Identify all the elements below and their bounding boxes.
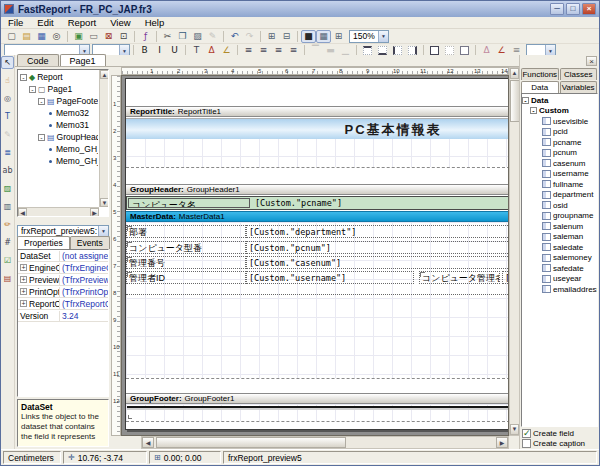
scroll-right-icon[interactable]: ▶ (496, 437, 508, 448)
groupfooter-line-memo[interactable] (127, 406, 509, 410)
expand-icon[interactable]: + (20, 288, 27, 295)
paste-button[interactable]: ▨ (190, 30, 205, 43)
tree-node-groupheader1[interactable]: -▤GroupHeader1 (19, 131, 98, 143)
panel-close-icon[interactable]: × (586, 56, 597, 66)
inspector-tab-properties[interactable]: Properties (17, 236, 70, 249)
insert-memo-button[interactable]: ab (1, 164, 14, 177)
new-dialog-page-button[interactable]: ▭ (86, 30, 101, 43)
hscroll-thumb[interactable] (156, 437, 346, 448)
chevron-down-icon[interactable]: ▼ (378, 31, 388, 42)
align-to-grid-button[interactable]: ▦ (316, 30, 331, 43)
format-painter-button[interactable]: ✎ (205, 30, 220, 43)
report-page[interactable]: ReportTitle:ReportTitle1 PC基本情報表 GroupHe… (125, 78, 509, 430)
tree-node-page1[interactable]: -▢Page1 (19, 83, 98, 95)
tree-expand-icon[interactable]: - (20, 74, 27, 81)
data-field-saledate[interactable]: saledate (522, 242, 597, 253)
insert-db-object-button[interactable]: ▤ (1, 272, 14, 285)
field-caption-memo[interactable]: 管理者ID (126, 271, 246, 284)
inspector-tab-events[interactable]: Events (70, 236, 110, 249)
text-edit-tool-button[interactable]: T (1, 110, 14, 123)
tree-node-memo31[interactable]: Memo31 (19, 119, 98, 131)
preview-button[interactable]: ◎ (49, 30, 64, 43)
variables-button[interactable]: ƒ (138, 30, 153, 43)
new-report-page-button[interactable]: ▣ (71, 30, 86, 43)
tree-expand-icon[interactable]: - (38, 134, 45, 141)
group-expr-memo[interactable]: [Custom."pcname"] (255, 198, 342, 208)
data-tree-root[interactable]: -Data (522, 95, 597, 106)
data-field-username[interactable]: username (522, 169, 597, 180)
data-panel-tab-classes[interactable]: Classes (560, 68, 598, 80)
save-report-button[interactable]: ▦ (34, 30, 49, 43)
page-settings-button[interactable]: ⊡ (116, 30, 131, 43)
data-field-groupname[interactable]: groupname (522, 211, 597, 222)
data-panel-tab-functions[interactable]: Functions (521, 68, 559, 80)
property-row-printoptions[interactable]: +PrintOptions(TfrxPrintOption (18, 286, 108, 298)
delete-page-button[interactable]: ⊠ (101, 30, 116, 43)
report-title-memo[interactable]: PC基本情報表 (126, 118, 509, 139)
scroll-down-icon[interactable]: ▼ (100, 198, 109, 207)
insert-system-text-button[interactable]: # (1, 236, 14, 249)
data-field-usevisible[interactable]: usevisible (522, 116, 597, 127)
insert-picture-button[interactable]: ▨ (1, 182, 14, 195)
menu-help[interactable]: Help (138, 17, 172, 28)
close-button[interactable]: × (582, 3, 596, 15)
data-field-saleman[interactable]: saleman (522, 232, 597, 243)
field-expression-memo[interactable]: [Custom."casenum"] (246, 256, 509, 269)
tree-node-memo32[interactable]: Memo32 (19, 107, 98, 119)
scroll-down-icon[interactable]: ▼ (510, 424, 519, 435)
band-header-groupfooter[interactable]: GroupFooter:GroupFooter1 (126, 393, 509, 404)
maximize-button[interactable]: □ (566, 3, 580, 15)
redo-button[interactable]: ↷ (242, 30, 257, 43)
format-copy-tool-button[interactable]: ✎ (1, 128, 14, 141)
tab-page1[interactable]: Page1 (60, 54, 106, 66)
select-tool-button[interactable]: ↖ (1, 56, 14, 69)
scroll-up-icon[interactable]: ▲ (100, 70, 109, 79)
data-panel-tab-data[interactable]: Data (521, 81, 559, 93)
fit-to-grid-button[interactable]: ⊞ (331, 30, 346, 43)
property-row-version[interactable]: Version3.24 (18, 310, 108, 322)
band-header-reporttitle[interactable]: ReportTitle:ReportTitle1 (126, 106, 509, 117)
data-field-casenum[interactable]: casenum (522, 158, 597, 169)
field-expression-memo[interactable]: [Custom."pcnum"] (246, 241, 509, 254)
group-label-memo[interactable]: コンピュータ名 (128, 198, 250, 208)
data-field-pcname[interactable]: pcname (522, 137, 597, 148)
field-caption-memo[interactable]: 部署 (126, 225, 246, 238)
field-caption-memo[interactable]: コンピュータ型番 (126, 241, 246, 254)
new-report-button[interactable]: ▢ (4, 30, 19, 43)
draw-tool-button[interactable]: ✏ (1, 218, 14, 231)
chevron-down-icon[interactable]: ▼ (98, 226, 108, 237)
data-field-safedate[interactable]: safedate (522, 263, 597, 274)
scroll-up-icon[interactable]: ▲ (510, 68, 519, 79)
ungroup-button[interactable]: ⊟ (279, 30, 294, 43)
data-field-emailaddress[interactable]: emailaddress (522, 284, 597, 295)
menu-file[interactable]: File (1, 17, 30, 28)
show-grid-button[interactable]: ■ (301, 30, 316, 43)
undo-button[interactable]: ↶ (227, 30, 242, 43)
menu-report[interactable]: Report (61, 17, 104, 28)
field-caption-memo[interactable]: コンピュータ管理者 (419, 271, 500, 284)
data-field-department[interactable]: department (522, 190, 597, 201)
tree-node-pagefooter1[interactable]: -▤PageFooter1 (19, 95, 98, 107)
menu-view[interactable]: View (103, 17, 137, 28)
design-hscrollbar[interactable]: ◀ ▶ (141, 436, 509, 449)
band-header-groupheader[interactable]: GroupHeader:GroupHeader1 (126, 184, 509, 195)
field-expression-memo[interactable]: [Custom. (502, 271, 509, 284)
minimize-button[interactable]: ─ (550, 3, 564, 15)
tab-code[interactable]: Code (17, 54, 59, 66)
zoom-tool-button[interactable]: ◎ (1, 92, 14, 105)
property-row-engineoptions[interactable]: +EngineOptions(TfrxEngineOptio (18, 262, 108, 274)
copy-button[interactable]: ❐ (175, 30, 190, 43)
report-tree-hscrollbar[interactable]: ◀ ▶ (18, 207, 99, 216)
band-header-masterdata[interactable]: MasterData:MasterData1 (126, 211, 509, 222)
field-caption-memo[interactable]: 管理番号 (126, 256, 246, 269)
hand-tool-button[interactable]: ☝ (1, 74, 14, 87)
create-field-checkbox[interactable] (522, 429, 531, 438)
tree-expand-icon[interactable]: - (29, 86, 36, 93)
data-field-fullname[interactable]: fullname (522, 179, 597, 190)
tree-expand-icon[interactable]: - (38, 98, 45, 105)
insert-checkbox-button[interactable]: ☑ (1, 254, 14, 267)
menu-edit[interactable]: Edit (30, 17, 60, 28)
insert-band-button[interactable]: ≣ (1, 146, 14, 159)
data-field-osid[interactable]: osid (522, 200, 597, 211)
data-field-pcid[interactable]: pcid (522, 127, 597, 138)
